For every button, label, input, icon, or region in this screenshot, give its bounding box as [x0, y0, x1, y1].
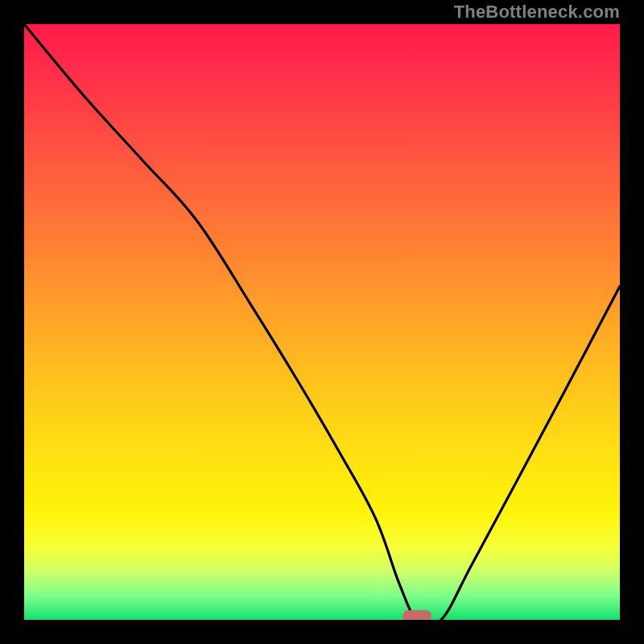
chart-frame: TheBottleneck.com — [0, 0, 644, 644]
optimal-marker — [402, 610, 431, 620]
watermark-text: TheBottleneck.com — [454, 2, 620, 23]
bottleneck-curve — [24, 24, 620, 620]
plot-area — [24, 24, 620, 620]
